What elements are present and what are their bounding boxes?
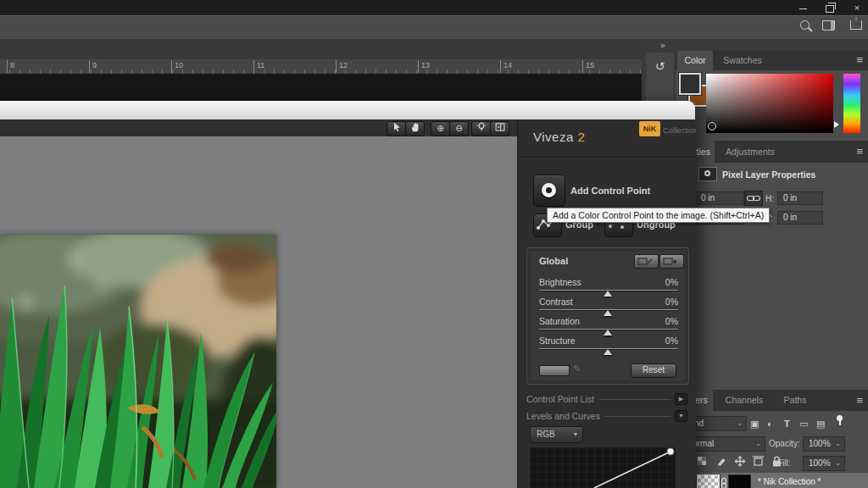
layer-row-nik-collection[interactable]: * Nik Collection * — [676, 473, 868, 488]
minimize-icon — [799, 8, 807, 9]
slider-label: Structure — [539, 336, 576, 346]
slider-value: 0% — [665, 336, 678, 346]
nik-logo-suffix: Collection — [663, 125, 696, 135]
ps-options-bar — [0, 15, 868, 40]
panel-menu-icon[interactable]: ≡ — [856, 390, 863, 411]
pixel-layer-icon — [698, 167, 717, 181]
lock-transparency-icon — [698, 457, 706, 465]
ruler-tick: 15 — [582, 60, 594, 73]
pan-tool-button[interactable] — [405, 121, 425, 136]
zoom-in-icon: ⊕ — [437, 124, 443, 133]
divider — [518, 157, 696, 158]
global-adjustments-box: Global Brightness 0% Contrast 0% — [526, 247, 689, 385]
section-label: Control Point List — [526, 394, 594, 404]
chain-link-icon — [746, 193, 761, 203]
saturation-slider[interactable]: Saturation 0% — [527, 314, 688, 334]
section-collapsed-arrow-icon[interactable]: ▶ — [675, 393, 687, 405]
ps-titlebar: × — [0, 0, 868, 15]
zoom-out-button[interactable]: ⊖ — [449, 121, 469, 136]
add-control-point-button[interactable] — [533, 175, 565, 207]
filter-smart-object-icon[interactable]: ▤ — [816, 418, 825, 430]
link-dimensions-button[interactable] — [744, 191, 763, 206]
ruler-tick: 8 — [7, 60, 14, 73]
slider-value: 0% — [665, 277, 678, 287]
zoom-in-button[interactable]: ⊕ — [431, 121, 450, 136]
eyedropper-widget[interactable] — [539, 365, 570, 376]
control-point-icon — [542, 183, 556, 197]
ruler-tick: 13 — [418, 60, 430, 73]
curve-editor[interactable] — [530, 447, 676, 488]
tab-adjustments[interactable]: Adjustments — [720, 141, 781, 163]
double-arrow-icon: » — [660, 41, 665, 50]
contrast-slider[interactable]: Contrast 0% — [527, 295, 688, 314]
channel-dropdown-arrow[interactable]: ▼ — [569, 426, 583, 443]
chevron-down-icon: ⌄ — [755, 437, 761, 451]
section-control-point-list[interactable]: Control Point List ▶ — [526, 392, 687, 406]
y-field[interactable]: 0 in — [777, 211, 823, 225]
share-button[interactable]: ↑ — [850, 20, 862, 32]
pencil-icon: ✎ — [573, 363, 581, 374]
reset-button[interactable]: Reset — [631, 363, 676, 378]
nik-logo: NiK — [639, 121, 660, 136]
brightness-slider[interactable]: Brightness 0% — [527, 275, 688, 295]
filter-pixel-layers-icon[interactable]: ▣ — [750, 418, 759, 430]
h-field[interactable]: 0 in — [777, 191, 823, 205]
ps-document-tab-band — [0, 39, 642, 59]
hue-bar-arrow-icon — [834, 121, 839, 128]
layer-mask-thumbnail[interactable] — [728, 474, 751, 488]
search-button[interactable] — [800, 20, 810, 32]
color-saturation-field[interactable] — [706, 74, 833, 133]
share-icon: ↑ — [850, 20, 862, 30]
tab-channels[interactable]: Channels — [718, 390, 771, 411]
panel-menu-icon[interactable]: ≡ — [856, 141, 863, 163]
restore-button[interactable] — [819, 2, 841, 14]
tab-paths[interactable]: Paths — [776, 390, 815, 411]
panel-menu-icon[interactable]: ≡ — [856, 51, 863, 69]
collapse-panels-button[interactable]: » — [660, 41, 665, 50]
slider-value: 0% — [665, 316, 678, 326]
workspace-button[interactable] — [822, 20, 835, 33]
properties-header: Pixel Layer Properties — [722, 169, 815, 180]
channel-dropdown[interactable]: RGB — [530, 426, 570, 443]
tab-swatches[interactable]: Swatches — [716, 51, 769, 70]
hide-selection-button[interactable] — [659, 254, 684, 269]
split-view-icon — [495, 122, 505, 132]
compare-view-button[interactable] — [490, 121, 509, 136]
ruler-tick: 11 — [253, 60, 264, 73]
structure-slider[interactable]: Structure 0% — [527, 334, 688, 353]
layer-filter-toggle-icon[interactable] — [837, 415, 843, 421]
filter-type-layers-icon[interactable]: T — [784, 418, 790, 430]
w-field[interactable]: 0 in — [695, 191, 744, 205]
layers-panel-tabbar: Layers Channels Paths ≡ — [676, 390, 868, 411]
chevron-down-icon: ⌄ — [835, 457, 841, 470]
fill-field[interactable]: 100% ⌄ — [803, 456, 845, 471]
filter-shape-layers-icon[interactable]: ▭ — [799, 418, 808, 430]
minimize-button[interactable] — [792, 2, 814, 14]
close-button[interactable]: × — [846, 2, 868, 14]
opacity-field[interactable]: 100% ⌄ — [803, 436, 845, 452]
chevron-down-icon: ⌄ — [835, 437, 841, 451]
slider-value: 0% — [665, 297, 678, 307]
color-panel-tabbar: Color Swatches ≡ — [676, 51, 868, 70]
ruler-tick: 12 — [336, 60, 348, 73]
hue-slider[interactable] — [843, 74, 860, 133]
preview-photo[interactable] — [0, 235, 276, 488]
select-tool-button[interactable] — [387, 121, 406, 136]
preview-modes-button[interactable] — [471, 121, 491, 136]
viveza-titlebar[interactable] — [0, 101, 695, 120]
foreground-color-swatch[interactable] — [679, 73, 701, 95]
color-picker-marker[interactable] — [708, 122, 716, 130]
viveza-control-panel: Viveza 2 NiK Collection Add Control Poin… — [517, 119, 696, 488]
fill-label: Fill: — [777, 458, 791, 468]
curve-point[interactable] — [667, 448, 674, 455]
layer-thumbnail[interactable] — [697, 474, 720, 488]
grass-photo-illustration — [0, 235, 276, 488]
global-title: Global — [539, 256, 568, 266]
section-levels-and-curves[interactable]: Levels and Curves ▼ — [526, 409, 687, 423]
slider-handle[interactable] — [604, 349, 612, 355]
filter-adjustment-layers-icon[interactable]: ◐ — [767, 418, 773, 430]
section-expanded-arrow-icon[interactable]: ▼ — [675, 410, 687, 422]
tab-color[interactable]: Color — [677, 51, 713, 70]
show-selection-button[interactable] — [634, 254, 659, 269]
picker-icon — [635, 256, 656, 267]
